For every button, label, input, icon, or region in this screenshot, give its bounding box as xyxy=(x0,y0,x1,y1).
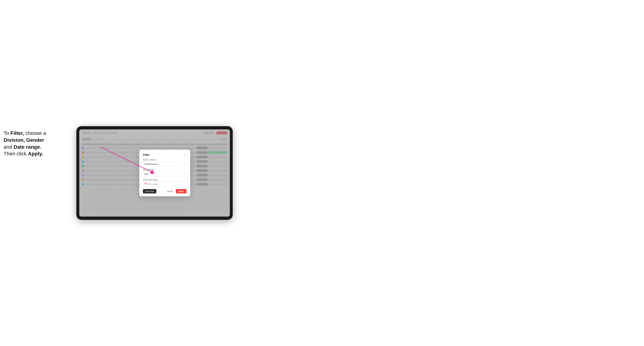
gender-select[interactable]: Men Women Co-ed xyxy=(143,172,186,177)
date-input[interactable] xyxy=(143,181,186,187)
date-form-group: Select Date range 📅 xyxy=(143,179,186,187)
gender-label: Select gender xyxy=(143,169,186,171)
date-range-label: Date range. xyxy=(14,144,42,150)
calendar-icon: 📅 xyxy=(144,183,147,185)
division-gender-label: Division, Gender xyxy=(4,137,44,143)
modal-title: Filter xyxy=(143,153,150,156)
date-input-wrapper: 📅 xyxy=(143,181,186,187)
tablet-screen: Filter × Select a division NCAA Division… xyxy=(79,129,230,217)
modal-header: Filter × xyxy=(143,153,186,156)
division-select[interactable]: NCAA Division I NCAA Division II NCAA Di… xyxy=(143,162,186,167)
filter-word: Filter, xyxy=(10,130,24,136)
instruction-text: To Filter, choose a Division, Gender and… xyxy=(4,126,51,157)
tablet-frame: Filter × Select a division NCAA Division… xyxy=(76,126,233,220)
filter-modal: Filter × Select a division NCAA Division… xyxy=(139,150,190,196)
division-clear-icon[interactable]: × xyxy=(182,163,183,165)
tablet-area: Filter × Select a division NCAA Division… xyxy=(51,126,258,220)
division-label: Select a division xyxy=(143,159,186,161)
division-form-group: Select a division NCAA Division I NCAA D… xyxy=(143,159,186,167)
date-label: Select Date range xyxy=(143,179,186,181)
apply-instruction-label: Apply. xyxy=(28,151,43,157)
modal-footer-right: Cancel Apply xyxy=(165,189,186,193)
gender-clear-icon[interactable]: × xyxy=(182,173,183,175)
modal-close-button[interactable]: × xyxy=(183,153,186,156)
gender-select-wrapper: Men Women Co-ed × ▾ xyxy=(143,172,186,177)
division-select-wrapper: NCAA Division I NCAA Division II NCAA Di… xyxy=(143,162,186,167)
modal-footer: Clear filter Cancel Apply xyxy=(143,189,186,193)
cancel-button[interactable]: Cancel xyxy=(165,189,174,193)
gender-form-group: Select gender Men Women Co-ed × ▾ xyxy=(143,169,186,177)
apply-button[interactable]: Apply xyxy=(176,189,186,193)
clear-filter-button[interactable]: Clear filter xyxy=(143,189,156,193)
